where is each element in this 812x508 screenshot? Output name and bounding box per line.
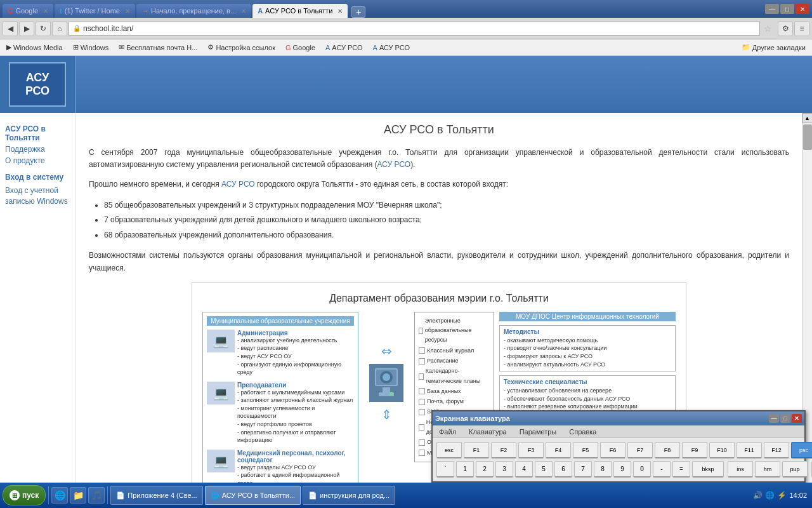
key-bksp[interactable]: bksp xyxy=(692,461,724,478)
key-f2[interactable]: F2 xyxy=(491,442,516,458)
taskbar-ie-icon[interactable]: 🌐 xyxy=(51,487,68,504)
key-f11[interactable]: F11 xyxy=(737,442,762,458)
systray-power-icon[interactable]: ⚡ xyxy=(777,491,787,500)
link-asu-p1[interactable]: АСУ РСО xyxy=(377,160,411,169)
key-8[interactable]: 8 xyxy=(594,461,612,478)
forward-button[interactable]: ▶ xyxy=(19,21,34,36)
key-f8[interactable]: F8 xyxy=(655,442,680,458)
back-button[interactable]: ◀ xyxy=(3,21,18,36)
checkbox-2 xyxy=(419,347,425,354)
key-f5[interactable]: F5 xyxy=(573,442,598,458)
start-button[interactable]: ⊞ пуск xyxy=(3,485,46,505)
start-icon: ⊞ xyxy=(10,490,20,500)
sidebar-link-support[interactable]: Поддержка xyxy=(5,145,70,154)
bookmark-favicon-asu2: A xyxy=(373,44,377,51)
address-bar[interactable]: 🔒 nschool.itc.lan/ xyxy=(69,22,760,36)
tab-close-asu[interactable]: ✕ xyxy=(337,8,343,15)
menu-button[interactable]: ≡ xyxy=(794,21,809,36)
close-button[interactable]: ✕ xyxy=(796,4,809,14)
taskbar-folder-icon[interactable]: 📁 xyxy=(70,487,86,504)
address-security-icon: 🔒 xyxy=(73,25,81,32)
key-5[interactable]: 5 xyxy=(535,461,553,478)
reload-button[interactable]: ↻ xyxy=(36,21,51,36)
sidebar-section-title[interactable]: Вход в систему xyxy=(5,173,70,182)
osk-menu-keyboard[interactable]: Клавиатура xyxy=(466,427,509,437)
bookmark-star-button[interactable]: ☆ xyxy=(761,22,774,35)
sidebar-link-main[interactable]: АСУ РСО в Тольятти xyxy=(5,124,70,142)
tab-close-twitter[interactable]: ✕ xyxy=(125,8,130,15)
svg-point-6 xyxy=(390,392,393,396)
bookmark-asu2[interactable]: A АСУ РСО xyxy=(369,43,414,53)
db-label-6: Почта, форум xyxy=(427,397,464,406)
key-f4[interactable]: F4 xyxy=(546,442,571,458)
key-f12[interactable]: F12 xyxy=(764,442,789,458)
key-f1[interactable]: F1 xyxy=(464,442,489,458)
new-tab-button[interactable]: + xyxy=(351,6,365,18)
taskbar-task-1[interactable]: 📄 Приложение 4 (Све... xyxy=(110,486,202,505)
osk-minimize-button[interactable]: — xyxy=(769,414,779,423)
home-button[interactable]: ⌂ xyxy=(52,21,67,36)
bookmark-asu1[interactable]: A АСУ РСО xyxy=(322,43,367,53)
taskbar-task-2[interactable]: 🌐 АСУ РСО в Тольятти... xyxy=(205,486,301,505)
key-6[interactable]: 6 xyxy=(554,461,572,478)
bullet-item-3: 68 образовательных учреждений дополнител… xyxy=(104,229,789,243)
tab-close-google[interactable]: ✕ xyxy=(43,8,48,15)
key-hm[interactable]: hm xyxy=(755,461,780,478)
maximize-button[interactable]: □ xyxy=(780,4,794,14)
osk-menu-params[interactable]: Параметры xyxy=(517,427,560,437)
diagram-teachers-title: Преподаватели xyxy=(237,382,354,389)
osk-close-button[interactable]: ✕ xyxy=(792,414,802,423)
taskbar-media-icon[interactable]: 🎵 xyxy=(88,487,105,504)
key-0[interactable]: 0 xyxy=(633,461,651,478)
diagram-box-methodists-text: - оказывают методическую помощь- проводя… xyxy=(504,337,671,368)
key-minus[interactable]: - xyxy=(653,461,671,478)
tab-close-nachalo[interactable]: ✕ xyxy=(241,8,246,15)
minimize-button[interactable]: — xyxy=(765,4,779,14)
bookmark-settings[interactable]: ⚙ Настройка ссылок xyxy=(204,42,279,53)
tab-google[interactable]: G Google ✕ xyxy=(3,4,53,18)
key-ins[interactable]: ins xyxy=(728,461,753,478)
osk-maximize-button[interactable]: □ xyxy=(780,414,790,423)
key-f6[interactable]: F6 xyxy=(600,442,625,458)
osk-menu-help[interactable]: Справка xyxy=(566,427,599,437)
key-3[interactable]: 3 xyxy=(495,461,513,478)
tab-asu[interactable]: A АСУ РСО в Тольятти ✕ xyxy=(252,4,348,18)
extensions-button[interactable]: ⚙ xyxy=(778,21,793,36)
osk-menu-file[interactable]: Файл xyxy=(436,427,459,437)
bookmark-google[interactable]: G Google xyxy=(282,43,319,53)
checkbox-7 xyxy=(419,409,425,415)
tab-twitter[interactable]: t (1) Twitter / Home ✕ xyxy=(55,4,135,18)
scroll-up-button[interactable]: ▲ xyxy=(802,113,813,123)
key-f9[interactable]: F9 xyxy=(682,442,707,458)
tab-label-google: Google xyxy=(16,7,38,15)
bookmark-windows[interactable]: ⊞ Windows xyxy=(69,42,113,53)
key-2[interactable]: 2 xyxy=(476,461,494,478)
key-f7[interactable]: F7 xyxy=(627,442,653,458)
link-asu-p2[interactable]: АСУ РСО xyxy=(221,180,255,189)
systray-network-icon[interactable]: 🌐 xyxy=(765,491,775,500)
key-1[interactable]: 1 xyxy=(456,461,474,478)
key-psc[interactable]: psc xyxy=(791,442,812,458)
key-pup[interactable]: pup xyxy=(782,461,808,478)
key-4[interactable]: 4 xyxy=(515,461,533,478)
key-7[interactable]: 7 xyxy=(574,461,592,478)
other-bookmarks-button[interactable]: 📁 Другие закладки xyxy=(738,42,809,53)
key-f3[interactable]: F3 xyxy=(518,442,544,458)
diagram-box-tech: Технические специалисты - устанавливают … xyxy=(499,375,676,414)
bookmark-windows-media[interactable]: ▶ Windows Media xyxy=(3,42,67,53)
key-9[interactable]: 9 xyxy=(613,461,631,478)
taskbar-task-3[interactable]: 📄 инструкция для род... xyxy=(303,486,395,505)
key-f10[interactable]: F10 xyxy=(709,442,735,458)
bullet-list: 85 общеобразовательных учреждений и 3 ст… xyxy=(104,199,789,243)
sidebar-windows-login[interactable]: Вход с учетной записью Windows xyxy=(5,185,70,207)
bullet-item-2: 7 образовательных учреждений для детей д… xyxy=(104,213,789,227)
sidebar-link-about[interactable]: О продукте xyxy=(5,156,70,165)
key-esc[interactable]: esc xyxy=(436,442,462,458)
tab-nachalo[interactable]: → Начало, прекращение, в... ✕ xyxy=(136,4,251,18)
key-equals[interactable]: = xyxy=(672,461,690,478)
scroll-thumb[interactable] xyxy=(803,124,812,150)
systray-volume-icon[interactable]: 🔊 xyxy=(753,491,763,500)
bookmark-mail[interactable]: ✉ Бесплатная почта Н... xyxy=(115,42,201,53)
taskbar-task-2-icon: 🌐 xyxy=(211,491,219,500)
key-backtick[interactable]: ` xyxy=(436,461,454,478)
